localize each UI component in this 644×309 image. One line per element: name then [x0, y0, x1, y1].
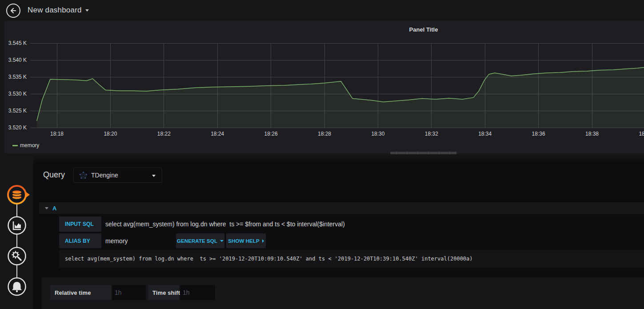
generate-sql-button[interactable]: GENERATE SQL — [176, 233, 224, 248]
chevron-down-icon[interactable] — [85, 9, 89, 12]
svg-text:18:36: 18:36 — [532, 131, 545, 137]
chevron-down-icon — [220, 240, 224, 242]
query-row-header[interactable]: A — [39, 202, 644, 214]
svg-text:18:38: 18:38 — [585, 131, 599, 137]
svg-text:3.545 K: 3.545 K — [8, 40, 27, 46]
generate-sql-label: GENERATE SQL — [177, 238, 217, 244]
datasource-picker[interactable]: TDengine — [73, 168, 162, 183]
arrow-left-icon — [9, 7, 17, 15]
resize-handle[interactable] — [390, 152, 457, 154]
legend-series-swatch — [12, 145, 18, 146]
show-help-button[interactable]: SHOW HELP — [226, 233, 266, 248]
svg-text:3.520 K: 3.520 K — [8, 124, 27, 131]
collapse-caret-icon — [45, 207, 48, 209]
tab-visualization[interactable] — [8, 217, 26, 234]
generated-sql-text: select avg(mem_system) from log.dn where… — [59, 250, 644, 268]
tab-general[interactable] — [8, 248, 26, 265]
panel-divider — [0, 153, 644, 161]
svg-text:18:40: 18:40 — [639, 131, 644, 137]
tab-queries[interactable] — [8, 186, 30, 204]
dashboard-title[interactable]: New dashboard — [28, 6, 82, 15]
time-shift-label: Time shift — [148, 285, 179, 300]
datasource-name: TDengine — [91, 172, 118, 179]
svg-text:18:18: 18:18 — [50, 131, 64, 137]
svg-text:18:32: 18:32 — [425, 131, 438, 137]
tdengine-logo-icon — [80, 172, 87, 179]
time-shift-input[interactable] — [180, 285, 215, 300]
svg-text:18:30: 18:30 — [371, 131, 384, 137]
relative-time-input[interactable] — [112, 285, 146, 300]
chevron-right-icon — [262, 239, 264, 243]
svg-text:3.540 K: 3.540 K — [8, 57, 27, 63]
input-sql-field[interactable] — [103, 217, 644, 232]
tab-alert[interactable] — [8, 278, 26, 295]
legend-item-memory[interactable]: memory — [12, 142, 39, 148]
svg-text:3.530 K: 3.530 K — [8, 91, 27, 97]
query-row-letter: A — [52, 205, 56, 212]
back-button[interactable] — [6, 4, 20, 18]
svg-text:3.535 K: 3.535 K — [8, 74, 27, 80]
svg-text:18:22: 18:22 — [157, 131, 171, 137]
timeseries-chart[interactable]: 3.545 K3.540 K3.535 K3.530 K3.525 K3.520… — [4, 21, 644, 153]
alias-by-label: ALIAS BY — [59, 233, 101, 248]
svg-text:18:34: 18:34 — [478, 131, 492, 137]
svg-text:18:24: 18:24 — [211, 131, 224, 137]
svg-text:3.525 K: 3.525 K — [8, 108, 27, 114]
legend-series-label: memory — [20, 142, 39, 148]
svg-text:18:28: 18:28 — [318, 131, 331, 137]
svg-text:18:20: 18:20 — [104, 131, 117, 137]
svg-text:18:26: 18:26 — [264, 131, 278, 137]
alias-by-field[interactable] — [103, 233, 174, 248]
database-icon — [12, 190, 22, 199]
show-help-label: SHOW HELP — [228, 238, 260, 244]
graph-panel: Panel Title 3.545 K3.540 K3.535 K3.530 K… — [4, 21, 644, 153]
query-section-title: Query — [43, 170, 65, 180]
chevron-down-icon — [152, 175, 156, 177]
editor-tabs — [4, 181, 34, 306]
input-sql-label: INPUT SQL — [59, 217, 101, 232]
relative-time-label: Relative time — [50, 285, 111, 300]
